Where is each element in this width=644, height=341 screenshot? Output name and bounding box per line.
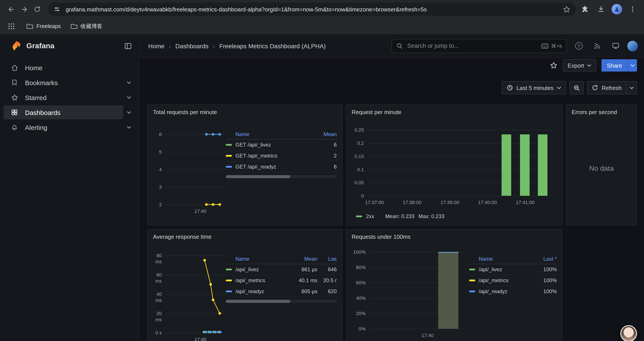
browser-profile-avatar[interactable]: [612, 4, 622, 15]
share-menu-button[interactable]: [627, 59, 637, 72]
legend-name-header[interactable]: Name: [226, 131, 312, 137]
news-rss-button[interactable]: [590, 39, 604, 53]
series-name[interactable]: /api/_readyz: [236, 288, 264, 294]
sidebar-item-dashboards[interactable]: Dashboards: [0, 105, 139, 120]
zoom-out-button[interactable]: [570, 81, 584, 94]
chevron-down-icon[interactable]: [123, 80, 134, 85]
legend-row: GET /api/_livez 6: [226, 140, 337, 151]
legend-table: Name Mean GET /api/_livez 6 GET /api/_me…: [226, 129, 337, 178]
series-mean: 661 µs: [291, 266, 318, 272]
forward-button[interactable]: [18, 3, 31, 16]
favorite-star-button[interactable]: [550, 62, 558, 69]
chart-requests-per-minute: 0.250.20.150.10.05017:37:0017:38:0017:39…: [352, 130, 552, 207]
legend-value-header[interactable]: Mean: [312, 131, 337, 137]
site-settings-tune-icon[interactable]: [54, 6, 60, 13]
scrollbar-thumb[interactable]: [226, 175, 290, 178]
display-button[interactable]: [609, 39, 622, 53]
series-name[interactable]: /api/_readyz: [479, 288, 508, 294]
sidebar-item-home[interactable]: Home: [0, 60, 139, 75]
grafana-app: Grafana Home: [0, 35, 644, 341]
series-swatch-green: [226, 269, 232, 270]
legend-row: GET /api/_readyz 6: [226, 162, 337, 172]
dashboard-actions: Export Share: [550, 58, 637, 73]
bookmark-label: 收藏博客: [80, 23, 102, 30]
sidebar-item-label: Home: [25, 64, 42, 71]
sidebar: Grafana Home: [0, 35, 140, 341]
bookmark-folder-blogs[interactable]: 收藏博客: [70, 23, 102, 30]
sidebar-item-bookmarks[interactable]: Bookmarks: [0, 75, 139, 90]
series-mean: 2: [312, 153, 337, 159]
chevron-down-icon[interactable]: [123, 110, 134, 115]
time-range-picker[interactable]: Last 5 minutes: [502, 81, 566, 94]
url-bar[interactable]: [48, 3, 576, 16]
help-button[interactable]: ?: [572, 39, 585, 53]
series-swatch-blue: [469, 290, 475, 292]
breadcrumb-separator: ›: [213, 42, 215, 49]
chart-total-requests: 6543217:40: [153, 134, 226, 216]
series-swatch-yellow: [469, 279, 475, 281]
browser-action-icons: [580, 4, 640, 15]
series-name[interactable]: GET /api/_metrics: [236, 153, 278, 159]
apps-grid-icon[interactable]: [6, 21, 17, 32]
series-mean: Mean: 0.233: [385, 213, 414, 219]
brand-title: Grafana: [26, 42, 54, 51]
chevron-down-icon[interactable]: [123, 125, 134, 130]
bookmark-icon: [11, 79, 19, 86]
bookmark-star-icon[interactable]: [563, 6, 570, 13]
user-avatar[interactable]: [627, 41, 638, 51]
grafana-logo: [10, 40, 22, 52]
chevron-down-icon[interactable]: [123, 95, 134, 100]
dashboard-canvas: Export Share Last 5 minutes: [140, 58, 644, 341]
extensions-puzzle-icon[interactable]: [580, 4, 590, 15]
series-name[interactable]: /api/_metrics: [479, 277, 508, 283]
reload-icon: [34, 6, 41, 13]
panel-title[interactable]: Request per minute: [346, 105, 562, 120]
series-name[interactable]: GET /api/_readyz: [236, 164, 276, 170]
no-data-message: No data: [572, 120, 631, 217]
legend-header: Name Mean Las: [226, 254, 337, 264]
breadcrumb: Home › Dashboards › Freeleaps Metrics Da…: [148, 42, 326, 49]
legend-last-header[interactable]: Las: [318, 256, 337, 262]
panel-title[interactable]: Requests under 100ms: [346, 229, 562, 244]
download-icon[interactable]: [596, 4, 606, 15]
search-box[interactable]: ⌘+k: [392, 39, 567, 53]
browser-menu-kebab-icon[interactable]: [627, 4, 638, 15]
sidebar-item-label: Starred: [25, 94, 46, 101]
scrollbar-thumb[interactable]: [226, 300, 290, 303]
series-mean: 40.1 ms: [291, 277, 318, 283]
collapse-sidebar-button[interactable]: [124, 42, 132, 50]
series-name[interactable]: GET /api/_livez: [236, 142, 271, 148]
series-name[interactable]: /api/_metrics: [236, 277, 265, 283]
legend-last-header[interactable]: Last *: [532, 256, 557, 262]
refresh-button[interactable]: Refresh: [588, 82, 626, 94]
export-button[interactable]: Export: [563, 59, 596, 72]
bookmark-label: Freeleaps: [36, 23, 61, 30]
series-name[interactable]: 2xx: [366, 213, 374, 219]
series-name[interactable]: /api/_livez: [479, 266, 502, 272]
legend-mean-header[interactable]: Mean: [291, 256, 318, 262]
chat-widget-avatar[interactable]: [620, 325, 637, 341]
share-button[interactable]: Share: [602, 59, 627, 72]
sidebar-item-starred[interactable]: Starred: [0, 90, 139, 105]
sidebar-item-alerting[interactable]: Alerting: [0, 120, 139, 135]
legend-name-header[interactable]: Name: [226, 256, 291, 262]
star-icon: [550, 62, 558, 69]
bookmark-folder-freeleaps[interactable]: Freeleaps: [26, 23, 61, 30]
url-input[interactable]: [65, 6, 558, 13]
sidebar-item-label: Bookmarks: [25, 79, 58, 86]
reload-button[interactable]: [31, 3, 44, 16]
chevron-down-icon: [629, 86, 634, 89]
back-button[interactable]: [4, 3, 18, 16]
legend-name-header[interactable]: Name: [469, 256, 532, 262]
panel-title[interactable]: Average response time: [148, 229, 342, 244]
series-name[interactable]: /api/_livez: [236, 266, 259, 272]
dock-sidebar-icon: [124, 42, 132, 50]
refresh-interval-button[interactable]: [626, 82, 636, 94]
rss-icon: [594, 42, 600, 49]
search-input[interactable]: [406, 42, 538, 50]
breadcrumb-home[interactable]: Home: [148, 42, 164, 49]
panel-title[interactable]: Errors per second: [566, 105, 636, 120]
series-mean: 6: [312, 142, 337, 148]
breadcrumb-dashboards[interactable]: Dashboards: [175, 42, 208, 49]
panel-title[interactable]: Total requests per minute: [148, 105, 342, 120]
